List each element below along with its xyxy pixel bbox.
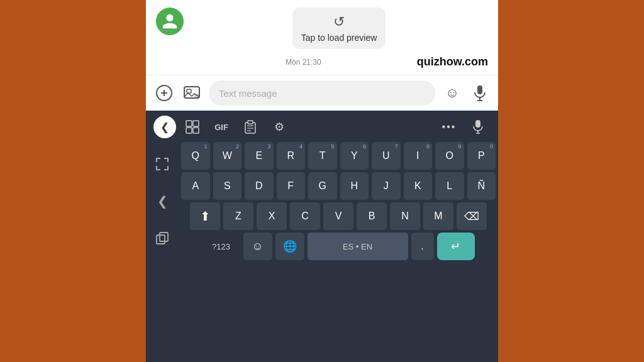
- key-shift[interactable]: ⬆: [190, 202, 220, 230]
- key-d[interactable]: D: [245, 172, 274, 200]
- key-n[interactable]: N: [390, 202, 420, 230]
- tap-to-load-text[interactable]: Tap to load preview: [301, 33, 377, 43]
- svg-rect-22: [160, 233, 168, 241]
- key-k[interactable]: K: [404, 172, 433, 200]
- key-space[interactable]: ES • EN: [308, 233, 408, 260]
- key-y[interactable]: Y6: [340, 142, 369, 170]
- phone-container: ↺ Tap to load preview Mon 21:30 quizhow.…: [146, 0, 498, 362]
- key-r[interactable]: R4: [277, 142, 306, 170]
- chat-area: ↺ Tap to load preview Mon 21:30 quizhow.…: [146, 0, 498, 75]
- key-f[interactable]: F: [277, 172, 306, 200]
- key-s[interactable]: S: [213, 172, 242, 200]
- key-emoji[interactable]: ☺: [243, 233, 272, 260]
- keyboard-left-panel: ❮: [146, 141, 179, 261]
- key-g[interactable]: G: [308, 172, 337, 200]
- chat-row: ↺ Tap to load preview Mon 21:30 quizhow.…: [156, 8, 488, 69]
- quizhow-label: quizhow.com: [417, 55, 488, 69]
- keyboard-row-bottom: ?123 ☺ 🌐 ES • EN . ↵: [181, 233, 496, 260]
- keyboard-toolbar: ❮ GIF ⚙ •••: [146, 113, 498, 141]
- chat-content: ↺ Tap to load preview Mon 21:30 quizhow.…: [190, 8, 488, 69]
- export-button[interactable]: [150, 226, 174, 250]
- keyboard-row-2: A S D F G H J K L Ñ: [181, 172, 496, 200]
- key-l[interactable]: L: [435, 172, 464, 200]
- add-button[interactable]: [153, 82, 175, 104]
- keyboard-row-1: Q1 W2 E3 R4 T5 Y6 U7 I8 O9 P0: [181, 142, 496, 170]
- svg-rect-21: [157, 235, 165, 244]
- media-button[interactable]: [181, 82, 203, 104]
- keyboard-more-button[interactable]: •••: [436, 116, 462, 138]
- keyboard-back-button[interactable]: ❮: [153, 116, 176, 138]
- key-w[interactable]: W2: [213, 142, 242, 170]
- svg-rect-10: [193, 121, 199, 126]
- reload-icon: ↺: [333, 14, 345, 30]
- svg-rect-11: [186, 128, 192, 133]
- key-enter[interactable]: ↵: [437, 233, 475, 260]
- input-bar: Text message ☺: [146, 75, 498, 111]
- key-i[interactable]: I8: [404, 142, 433, 170]
- key-o[interactable]: O9: [435, 142, 464, 170]
- key-delete[interactable]: ⌫: [457, 202, 487, 230]
- message-bubble: ↺ Tap to load preview: [292, 8, 386, 49]
- keyboard: ❮ GIF ⚙ •••: [146, 111, 498, 362]
- keyboard-rows: Q1 W2 E3 R4 T5 Y6 U7 I8 O9 P0 A S: [179, 141, 498, 261]
- back-arrow-button[interactable]: ❮: [150, 189, 174, 213]
- svg-rect-18: [475, 120, 480, 128]
- svg-rect-9: [186, 121, 192, 126]
- avatar: [156, 8, 184, 35]
- key-p[interactable]: P0: [467, 142, 496, 170]
- svg-rect-14: [248, 121, 253, 124]
- emoji-button[interactable]: ☺: [441, 82, 463, 104]
- key-z[interactable]: Z: [223, 202, 253, 230]
- key-v[interactable]: V: [323, 202, 353, 230]
- svg-rect-6: [477, 85, 482, 94]
- key-j[interactable]: J: [372, 172, 401, 200]
- message-time: Mon 21:30: [190, 58, 417, 67]
- keyboard-gif-button[interactable]: GIF: [209, 116, 234, 138]
- key-x[interactable]: X: [257, 202, 287, 230]
- key-b[interactable]: B: [357, 202, 387, 230]
- keyboard-sticker-button[interactable]: [180, 116, 205, 138]
- key-n-tilde[interactable]: Ñ: [467, 172, 496, 200]
- keyboard-row-3: ⬆ Z X C V B N M ⌫: [181, 202, 496, 230]
- key-a[interactable]: A: [181, 172, 210, 200]
- key-fn-123[interactable]: ?123: [203, 233, 240, 260]
- key-h[interactable]: H: [340, 172, 369, 200]
- svg-rect-12: [193, 128, 199, 133]
- key-c[interactable]: C: [290, 202, 320, 230]
- svg-rect-5: [194, 94, 199, 98]
- key-t[interactable]: T5: [308, 142, 337, 170]
- key-globe[interactable]: 🌐: [275, 233, 304, 260]
- key-e[interactable]: E3: [245, 142, 274, 170]
- keyboard-clipboard-button[interactable]: [238, 116, 263, 138]
- keyboard-mic-button[interactable]: [465, 116, 491, 138]
- keyboard-outer: ❮ Q1 W2 E3 R4 T5: [146, 141, 498, 261]
- key-u[interactable]: U7: [372, 142, 401, 170]
- meta-row: Mon 21:30 quizhow.com: [190, 55, 488, 69]
- svg-rect-4: [187, 89, 191, 93]
- key-m[interactable]: M: [423, 202, 453, 230]
- expand-button[interactable]: [150, 152, 174, 176]
- keyboard-main-area: Q1 W2 E3 R4 T5 Y6 U7 I8 O9 P0 A S: [179, 141, 498, 261]
- key-q[interactable]: Q1: [181, 142, 210, 170]
- input-placeholder: Text message: [219, 88, 277, 99]
- mic-button[interactable]: [469, 82, 491, 104]
- text-message-input[interactable]: Text message: [209, 80, 435, 106]
- keyboard-settings-button[interactable]: ⚙: [267, 116, 292, 138]
- key-period[interactable]: .: [411, 233, 434, 260]
